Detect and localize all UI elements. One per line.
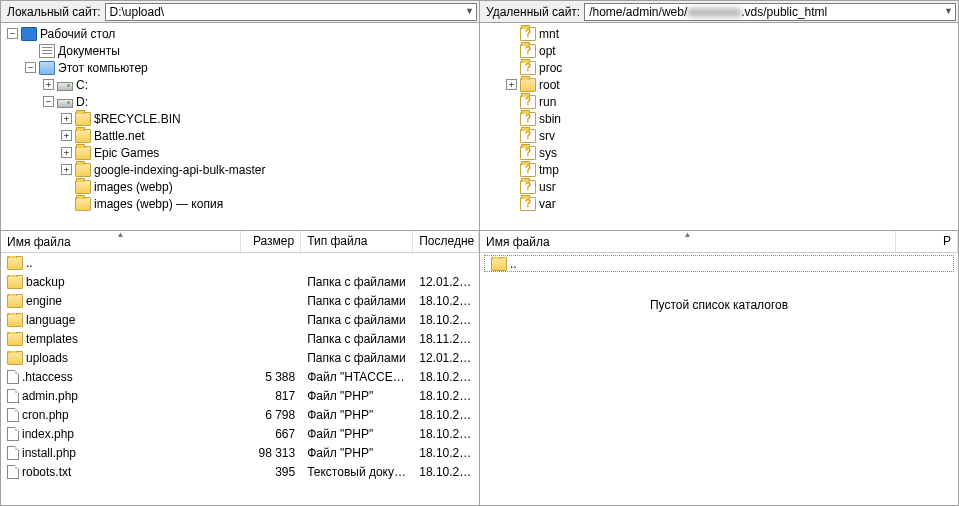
expander-blank: [506, 198, 517, 209]
tree-item-label: C:: [76, 78, 88, 92]
local-directory-tree[interactable]: −Рабочий столДокументы−Этот компьютер+C:…: [1, 23, 479, 231]
folder-icon: [75, 163, 91, 177]
file-type: Папка с файлами: [301, 332, 413, 346]
expand-icon[interactable]: +: [61, 130, 72, 141]
tree-item[interactable]: opt: [504, 42, 958, 59]
file-date: 18.10.2024: [413, 465, 479, 479]
file-type: Файл "PHP": [301, 446, 413, 460]
tree-item[interactable]: −Этот компьютер: [5, 59, 479, 76]
list-item[interactable]: index.php667Файл "PHP"18.10.2024: [1, 424, 479, 443]
collapse-icon[interactable]: −: [25, 62, 36, 73]
tree-item[interactable]: srv: [504, 127, 958, 144]
expander-blank: [506, 62, 517, 73]
tree-item[interactable]: −Рабочий стол: [5, 25, 479, 42]
collapse-icon[interactable]: −: [7, 28, 18, 39]
remote-list-body[interactable]: .. Пустой список каталогов: [480, 253, 958, 505]
tree-item-label: mnt: [539, 27, 559, 41]
list-item[interactable]: engineПапка с файлами18.10.2024: [1, 291, 479, 310]
file-date: 18.10.2024: [413, 294, 479, 308]
tree-item-label: proc: [539, 61, 562, 75]
list-item[interactable]: templatesПапка с файлами18.11.2016: [1, 329, 479, 348]
tree-item[interactable]: var: [504, 195, 958, 212]
parent-directory-row[interactable]: ..: [484, 255, 954, 272]
folder-icon: [7, 256, 23, 270]
expander-blank: [61, 181, 72, 192]
folderq-icon: [520, 197, 536, 211]
collapse-icon[interactable]: −: [43, 96, 54, 107]
list-item[interactable]: languageПапка с файлами18.10.2024: [1, 310, 479, 329]
remote-directory-tree[interactable]: mntoptproc+rootrunsbinsrvsystmpusrvar: [480, 23, 958, 231]
drive-icon: [57, 99, 73, 108]
folderq-icon: [520, 27, 536, 41]
parent-directory-row[interactable]: ..: [1, 253, 479, 272]
file-name: .htaccess: [22, 370, 73, 384]
chevron-down-icon[interactable]: ▼: [465, 6, 474, 16]
file-type: Текстовый докум...: [301, 465, 413, 479]
folder-icon: [7, 313, 23, 327]
local-path-input[interactable]: D:\upload\ ▼: [105, 3, 478, 21]
local-list-body[interactable]: ..backupПапка с файлами12.01.2007engineП…: [1, 253, 479, 505]
tree-item[interactable]: +root: [504, 76, 958, 93]
expander-blank: [506, 181, 517, 192]
list-item[interactable]: .htaccess5 388Файл "HTACCESS"18.10.2024: [1, 367, 479, 386]
tree-item-label: Рабочий стол: [40, 27, 115, 41]
file-icon: [7, 389, 19, 403]
column-right[interactable]: Р: [896, 231, 958, 252]
expander-blank: [506, 164, 517, 175]
remote-path-input[interactable]: /home/admin/web/xxxxxxxxx.vds/public_htm…: [584, 3, 956, 21]
tree-item[interactable]: sbin: [504, 110, 958, 127]
list-item[interactable]: backupПапка с файлами12.01.2007: [1, 272, 479, 291]
list-item[interactable]: robots.txt395Текстовый докум...18.10.202…: [1, 462, 479, 481]
folder-icon: [75, 129, 91, 143]
tree-item[interactable]: mnt: [504, 25, 958, 42]
list-item[interactable]: uploadsПапка с файлами12.01.2007: [1, 348, 479, 367]
expand-icon[interactable]: +: [61, 164, 72, 175]
tree-item[interactable]: usr: [504, 178, 958, 195]
expand-icon[interactable]: +: [506, 79, 517, 90]
tree-item[interactable]: run: [504, 93, 958, 110]
file-date: 18.10.2024: [413, 389, 479, 403]
tree-item[interactable]: tmp: [504, 161, 958, 178]
list-item[interactable]: cron.php6 798Файл "PHP"18.10.2024: [1, 405, 479, 424]
column-name[interactable]: ▲Имя файла: [1, 231, 241, 252]
column-name[interactable]: ▲Имя файла: [480, 231, 896, 252]
tree-item[interactable]: +C:: [5, 76, 479, 93]
tree-item[interactable]: images (webp): [5, 178, 479, 195]
tree-item[interactable]: sys: [504, 144, 958, 161]
tree-item-label: images (webp): [94, 180, 173, 194]
file-icon: [7, 465, 19, 479]
tree-item-label: sbin: [539, 112, 561, 126]
column-modified[interactable]: Последне: [413, 231, 479, 252]
local-path-label: Локальный сайт:: [1, 5, 105, 19]
tree-item[interactable]: Документы: [5, 42, 479, 59]
file-type: Папка с файлами: [301, 275, 413, 289]
file-date: 18.10.2024: [413, 427, 479, 441]
remote-path-prefix: /home/admin/web/: [589, 5, 687, 19]
tree-item[interactable]: +$RECYCLE.BIN: [5, 110, 479, 127]
tree-item[interactable]: +Battle.net: [5, 127, 479, 144]
file-name: language: [26, 313, 75, 327]
remote-pane: Удаленный сайт: /home/admin/web/xxxxxxxx…: [480, 1, 958, 505]
list-item[interactable]: admin.php817Файл "PHP"18.10.2024: [1, 386, 479, 405]
tree-item[interactable]: +Epic Games: [5, 144, 479, 161]
file-type: Папка с файлами: [301, 294, 413, 308]
column-type[interactable]: Тип файла: [301, 231, 413, 252]
file-icon: [7, 446, 19, 460]
chevron-down-icon[interactable]: ▼: [944, 6, 953, 16]
tree-item[interactable]: images (webp) — копия: [5, 195, 479, 212]
tree-item[interactable]: +google-indexing-api-bulk-master: [5, 161, 479, 178]
tree-item-label: sys: [539, 146, 557, 160]
folderq-icon: [520, 129, 536, 143]
expand-icon[interactable]: +: [61, 113, 72, 124]
column-size[interactable]: Размер: [241, 231, 301, 252]
folderq-icon: [520, 180, 536, 194]
expand-icon[interactable]: +: [61, 147, 72, 158]
tree-item[interactable]: −D:: [5, 93, 479, 110]
file-name: index.php: [22, 427, 74, 441]
expand-icon[interactable]: +: [43, 79, 54, 90]
file-date: 12.01.2007: [413, 351, 479, 365]
list-item[interactable]: install.php98 313Файл "PHP"18.10.2024: [1, 443, 479, 462]
tree-item-label: var: [539, 197, 556, 211]
doc-icon: [39, 44, 55, 58]
tree-item[interactable]: proc: [504, 59, 958, 76]
